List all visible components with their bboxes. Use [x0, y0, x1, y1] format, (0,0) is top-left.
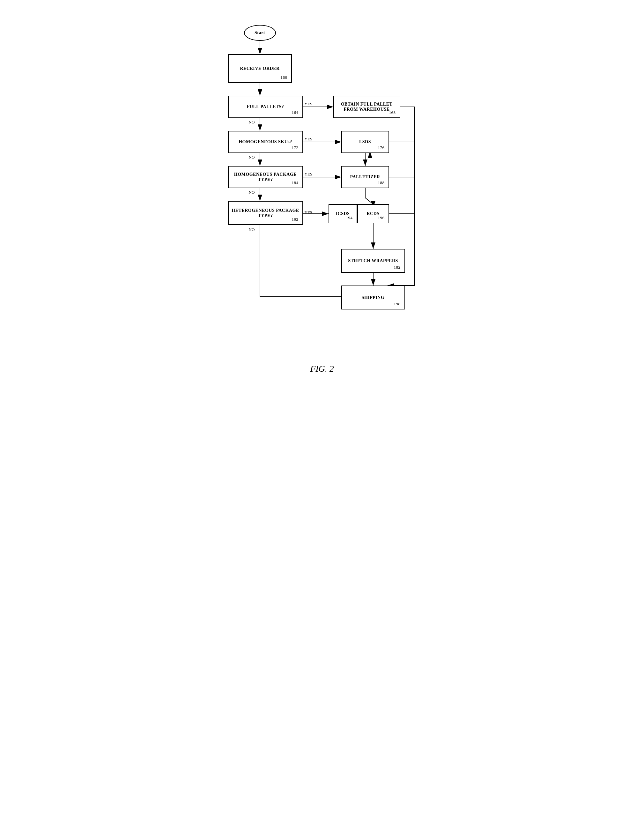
- hom-pkg-yes-label: YES: [305, 172, 313, 177]
- receive-order-node: RECEIVE ORDER 160: [228, 54, 292, 83]
- full-pallets-node: FULL PALLETS? 164: [228, 96, 303, 118]
- hom-skus-yes-label: YES: [305, 136, 313, 142]
- stretch-wrappers-node: STRETCH WRAPPERS 182: [341, 249, 405, 273]
- obtain-full-pallet-node: OBTAIN FULL PALLET FROM WAREHOUSE 168: [333, 96, 400, 118]
- lsds-label: LSDS: [359, 139, 371, 144]
- full-pallets-label: FULL PALLETS?: [247, 104, 284, 109]
- lsds-node: LSDS 176: [341, 131, 389, 153]
- homogeneous-skus-label: HOMOGENEOUS SKUs?: [238, 139, 292, 144]
- hom-pkg-no-label: NO: [249, 190, 255, 195]
- rcds-node: RCDS 196: [357, 204, 389, 223]
- homogeneous-package-id: 184: [292, 180, 300, 186]
- palletizer-label: PALLETIZER: [350, 174, 380, 179]
- icsds-id: 194: [346, 215, 354, 221]
- shipping-id: 198: [394, 301, 402, 307]
- palletizer-node: PALLETIZER 188: [341, 166, 389, 188]
- receive-order-id: 160: [281, 75, 289, 81]
- hom-skus-no-label: NO: [249, 155, 255, 160]
- receive-order-label: RECEIVE ORDER: [240, 66, 280, 71]
- homogeneous-skus-node: HOMOGENEOUS SKUs? 172: [228, 131, 303, 153]
- heterogeneous-package-label: HETEROGENEOUS PACKAGE TYPE?: [229, 208, 302, 218]
- full-pallets-id: 164: [292, 110, 300, 116]
- stretch-wrappers-label: STRETCH WRAPPERS: [348, 258, 398, 264]
- homogeneous-package-node: HOMOGENEOUS PACKAGE TYPE? 184: [228, 166, 303, 188]
- full-pallets-no-label: NO: [249, 120, 255, 125]
- obtain-full-pallet-id: 168: [389, 110, 397, 116]
- het-pkg-no-label: NO: [249, 227, 255, 232]
- palletizer-id: 188: [378, 180, 386, 186]
- stretch-wrappers-id: 182: [394, 265, 402, 270]
- start-label: Start: [254, 30, 265, 35]
- svg-line-20: [365, 198, 373, 204]
- heterogeneous-package-id: 192: [292, 217, 300, 223]
- heterogeneous-package-node: HETEROGENEOUS PACKAGE TYPE? 192: [228, 201, 303, 225]
- shipping-label: SHIPPING: [362, 295, 385, 300]
- homogeneous-skus-id: 172: [292, 145, 300, 151]
- het-pkg-yes-label: YES: [305, 210, 313, 215]
- rcds-id: 196: [378, 215, 386, 221]
- figure-label: FIG. 2: [204, 364, 440, 374]
- homogeneous-package-label: HOMOGENEOUS PACKAGE TYPE?: [229, 172, 302, 182]
- icsds-node: ICSDS 194: [329, 204, 357, 223]
- lsds-id: 176: [378, 145, 386, 151]
- page: Start RECEIVE ORDER 160 FULL PALLETS? 16…: [198, 6, 447, 393]
- shipping-node: SHIPPING 198: [341, 285, 405, 309]
- figure-title: FIG. 2: [310, 364, 334, 374]
- start-node: Start: [244, 25, 276, 41]
- flowchart: Start RECEIVE ORDER 160 FULL PALLETS? 16…: [204, 19, 440, 354]
- full-pallets-yes-label: YES: [305, 101, 313, 107]
